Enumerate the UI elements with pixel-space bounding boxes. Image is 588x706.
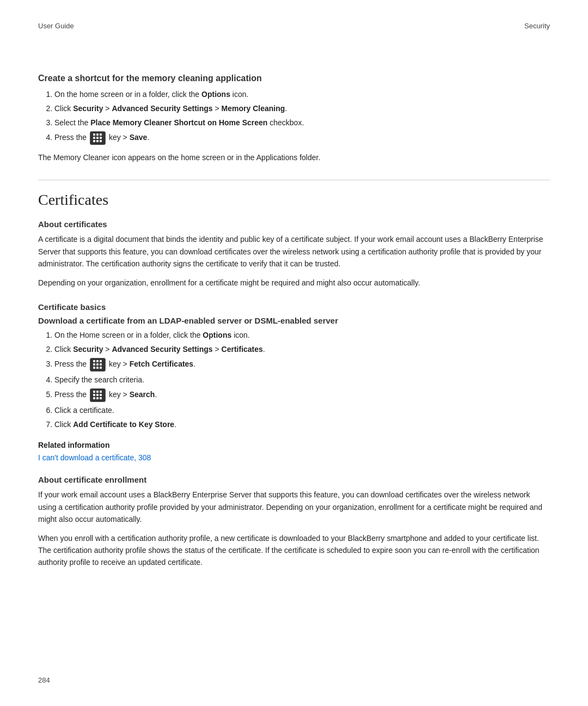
step4-bold: Save <box>130 133 148 142</box>
menu-key-icon <box>90 131 106 145</box>
step2-text-before: Click <box>54 104 73 113</box>
basics-title: Certificate basics <box>38 302 550 312</box>
download-step-1: On the Home screen or in a folder, click… <box>54 330 550 341</box>
step4-text-before: Press the <box>54 133 89 142</box>
menu-key-icon-3 <box>90 388 106 402</box>
certificates-title: Certificates <box>38 180 550 209</box>
about-para2: Depending on your organization, enrollme… <box>38 277 550 289</box>
ds2-bold2: Advanced Security Settings <box>112 345 212 354</box>
ds2-before: Click <box>54 345 73 354</box>
ds1-before: On the Home screen or in a folder, click… <box>54 331 203 339</box>
dot8 <box>96 140 99 142</box>
dot6 <box>100 137 102 139</box>
step3-text-after: checkbox. <box>267 118 304 127</box>
step1-text-before: On the home screen or in a folder, click… <box>54 90 201 99</box>
about-certificates: About certificates A certificate is a di… <box>38 220 550 289</box>
ds2-mid2: > <box>213 345 222 354</box>
dot1 <box>93 133 95 136</box>
download-steps-list: On the Home screen or in a folder, click… <box>54 330 550 430</box>
ds2-after: . <box>263 345 265 354</box>
download-step-7: Click Add Certificate to Key Store. <box>54 419 550 430</box>
step2-text-mid1: > <box>103 104 112 113</box>
step2-bold2: Advanced Security Settings <box>112 104 212 113</box>
ds5-before: Press the <box>54 390 89 399</box>
ds2-bold3: Certificates <box>222 345 263 354</box>
dot3 <box>100 133 102 136</box>
dot7 <box>93 140 95 142</box>
related-link[interactable]: I can't download a certificate, 308 <box>38 453 151 462</box>
ds3-bold: Fetch Certificates <box>130 360 193 368</box>
step4-text-end: . <box>147 133 149 142</box>
shortcut-steps-list: On the home screen or in a folder, click… <box>54 89 550 145</box>
menu-key-inner <box>92 132 103 144</box>
dot9 <box>100 140 102 142</box>
certificate-basics: Certificate basics Download a certificat… <box>38 302 550 569</box>
download-step-4: Specify the search criteria. <box>54 374 550 386</box>
download-certificate: Download a certificate from an LDAP-enab… <box>38 316 550 462</box>
step1-bold: Options <box>201 90 230 99</box>
shortcut-title: Create a shortcut for the memory cleanin… <box>38 74 550 83</box>
header-left: User Guide <box>38 22 74 30</box>
enrollment-para1: If your work email account uses a BlackB… <box>38 489 550 525</box>
ds5-after: key > <box>107 390 130 399</box>
about-title: About certificates <box>38 220 550 229</box>
step4-text-after: key > <box>107 133 130 142</box>
ds3-before: Press the <box>54 360 89 368</box>
ds1-after: icon. <box>231 331 249 339</box>
shortcut-step-3: Select the Place Memory Cleaner Shortcut… <box>54 117 550 129</box>
ds3-after: key > <box>107 360 130 368</box>
step3-bold: Place Memory Cleaner Shortcut on Home Sc… <box>90 118 267 127</box>
shortcut-step-2: Click Security > Advanced Security Setti… <box>54 103 550 114</box>
ds2-mid1: > <box>103 345 112 354</box>
related-info-label: Related information <box>38 439 550 451</box>
step2-bold1: Security <box>73 104 103 113</box>
ds2-bold1: Security <box>73 345 103 354</box>
page-footer: 284 <box>38 676 50 684</box>
ds7-before: Click <box>54 420 73 429</box>
step1-text-after: icon. <box>230 90 248 99</box>
step3-text-before: Select the <box>54 118 90 127</box>
step2-bold3: Memory Cleaning <box>222 104 285 113</box>
menu-key-inner-2 <box>92 359 103 370</box>
shortcut-footer-note: The Memory Cleaner icon appears on the h… <box>38 151 550 163</box>
enrollment-para2: When you enroll with a certification aut… <box>38 532 550 569</box>
menu-key-inner-3 <box>92 389 103 401</box>
ds3-end: . <box>193 360 195 368</box>
ds4-text: Specify the search criteria. <box>54 375 144 384</box>
step2-text-after: . <box>285 104 287 113</box>
page-header: User Guide Security <box>38 22 550 30</box>
menu-key-icon-2 <box>90 358 106 372</box>
dot5 <box>96 137 99 139</box>
shortcut-section: Create a shortcut for the memory cleanin… <box>38 74 550 163</box>
shortcut-step-4: Press the key > Save. <box>54 131 550 145</box>
download-step-6: Click a certificate. <box>54 405 550 416</box>
download-step-2: Click Security > Advanced Security Setti… <box>54 344 550 355</box>
shortcut-step-1: On the home screen or in a folder, click… <box>54 89 550 100</box>
dot2 <box>96 133 99 136</box>
ds5-bold: Search <box>130 390 155 399</box>
download-step-3: Press the key > Fetch Certificates. <box>54 358 550 372</box>
ds7-after: . <box>174 420 176 429</box>
ds6-text: Click a certificate. <box>54 406 114 415</box>
download-title: Download a certificate from an LDAP-enab… <box>38 316 550 325</box>
ds1-bold: Options <box>203 331 231 339</box>
certificates-section: Certificates About certificates A certif… <box>38 180 550 568</box>
header-right: Security <box>524 22 550 30</box>
download-step-5: Press the key > Search. <box>54 388 550 402</box>
step2-text-mid2: > <box>213 104 222 113</box>
enrollment-section: About certificate enrollment If your wor… <box>38 475 550 568</box>
about-para1: A certificate is a digital document that… <box>38 233 550 270</box>
dot4 <box>93 137 95 139</box>
ds7-bold: Add Certificate to Key Store <box>73 420 174 429</box>
enrollment-title: About certificate enrollment <box>38 475 550 484</box>
related-info: Related information I can't download a c… <box>38 439 550 462</box>
ds5-end: . <box>155 390 157 399</box>
page-number: 284 <box>38 676 50 684</box>
